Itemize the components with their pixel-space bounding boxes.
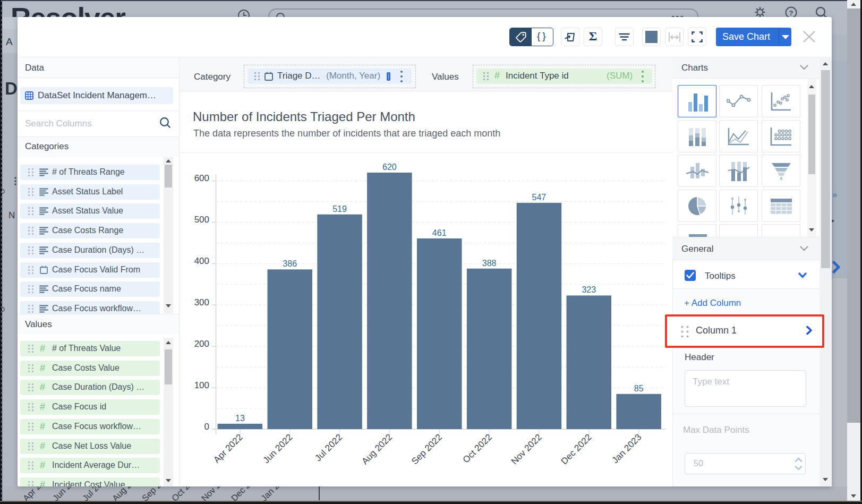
svg-text:Nov 2022: Nov 2022 — [509, 432, 544, 466]
svg-text:Apr 2022: Apr 2022 — [212, 432, 245, 465]
svg-text:323: 323 — [582, 285, 596, 294]
svg-text:?: ? — [789, 9, 793, 17]
svg-text:Sep 2022: Sep 2022 — [409, 432, 444, 466]
svg-text:500: 500 — [194, 215, 209, 225]
svg-text:85: 85 — [634, 384, 644, 393]
svg-text:Jan 2023: Jan 2023 — [610, 432, 644, 465]
svg-text:Dec 2022: Dec 2022 — [559, 432, 594, 466]
svg-text:13: 13 — [235, 414, 245, 423]
svg-text:200: 200 — [194, 339, 209, 349]
svg-text:547: 547 — [532, 193, 547, 202]
svg-text:400: 400 — [194, 256, 209, 266]
svg-text:461: 461 — [432, 228, 447, 237]
svg-text:600: 600 — [194, 173, 209, 183]
svg-text:Aug 2022: Aug 2022 — [360, 432, 394, 466]
svg-text:519: 519 — [332, 204, 347, 213]
svg-text:388: 388 — [482, 259, 497, 268]
svg-text:Jul 2022: Jul 2022 — [313, 432, 344, 463]
svg-text:Jun 2022: Jun 2022 — [261, 432, 295, 465]
svg-text:300: 300 — [194, 297, 209, 307]
svg-text:620: 620 — [382, 163, 397, 172]
svg-text:386: 386 — [283, 259, 297, 268]
svg-text:100: 100 — [194, 380, 209, 390]
svg-text:Oct 2022: Oct 2022 — [461, 432, 494, 465]
svg-text:0: 0 — [204, 422, 209, 432]
